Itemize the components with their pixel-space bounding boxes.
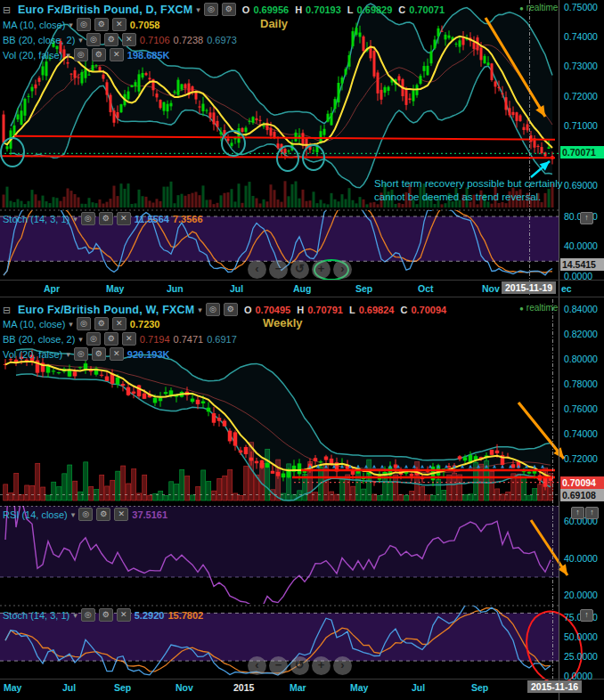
indicator-label[interactable]: Stoch (14, 3, 1) — [3, 214, 69, 224]
eye-icon[interactable]: ◎ — [78, 508, 93, 521]
panel-expand-icon[interactable]: ↑ — [580, 212, 593, 224]
reset-view-button[interactable]: ↺ — [290, 260, 309, 279]
panel-expand-icon[interactable]: ↑ — [580, 609, 593, 622]
gear-icon[interactable]: ⚙ — [99, 608, 113, 622]
eye-icon[interactable]: ◎ — [74, 347, 88, 361]
indicator-label[interactable]: BB (20, close, 2) — [3, 334, 75, 345]
axis-tick: 40.0000 — [564, 553, 598, 564]
close-icon[interactable]: ✕ — [122, 33, 136, 46]
close-icon[interactable]: ✕ — [112, 317, 127, 330]
close-icon[interactable]: ✕ — [112, 18, 127, 31]
timeline-month: May — [106, 283, 124, 294]
dropdown-caret-icon[interactable]: ▾ — [78, 335, 83, 344]
indicator-value: 0.7230 — [130, 319, 160, 330]
gear-icon[interactable]: ⚙ — [94, 317, 109, 330]
reset-view-button[interactable]: ↺ — [290, 656, 309, 675]
weekly-date-box: 2015-11-16 — [527, 680, 582, 693]
gear-icon[interactable]: ⚙ — [104, 332, 118, 346]
daily-ma-indicator-row: MA (10, close) ▾ ◎ ⚙ ✕ 0.7058 — [3, 18, 160, 31]
timeline-month: Aug — [293, 283, 311, 294]
axis-tick: 25.0000 — [564, 651, 598, 662]
gear-icon[interactable]: ⚙ — [94, 18, 109, 31]
zoom-in-button[interactable]: + — [312, 656, 331, 675]
gear-icon[interactable]: ⚙ — [92, 48, 106, 61]
dropdown-caret-icon[interactable]: ▾ — [78, 36, 83, 45]
panel-expand-icon[interactable]: ↑ — [585, 507, 599, 519]
dropdown-caret-icon[interactable]: ▾ — [73, 215, 78, 224]
weekly-watermark: Weekly — [263, 316, 303, 330]
daily-realtime-badge: ●realtime — [519, 3, 558, 12]
gear-icon[interactable]: ⚙ — [92, 347, 106, 361]
close-icon[interactable]: ✕ — [117, 212, 131, 225]
gear-icon[interactable]: ⚙ — [99, 212, 113, 225]
close-label: C — [398, 4, 405, 15]
dropdown-caret-icon[interactable]: ▾ — [66, 51, 70, 60]
indicator-label[interactable]: MA (10, close) — [3, 319, 65, 330]
close-value: 0.70094 — [411, 305, 446, 315]
window-icon: ⊟ — [3, 305, 14, 315]
zoom-in-button[interactable]: + — [312, 260, 331, 279]
gear-icon[interactable]: ⚙ — [222, 3, 236, 16]
eye-icon[interactable]: ◎ — [204, 3, 218, 16]
daily-symbol-title[interactable]: Euro Fx/British Pound, D, FXCM — [18, 4, 192, 16]
rsi-value: 37.5161 — [132, 509, 167, 520]
timeline-month: Oct — [418, 283, 434, 294]
weekly-symbol-title[interactable]: Euro Fx/British Pound, W, FXCM — [18, 304, 194, 316]
dropdown-caret-icon[interactable]: ▾ — [69, 320, 73, 329]
gear-icon[interactable]: ⚙ — [96, 508, 110, 521]
dropdown-caret-icon[interactable]: ▾ — [198, 305, 202, 314]
gear-icon[interactable]: ⚙ — [104, 33, 118, 46]
indicator-label[interactable]: Vol (20, false) — [3, 50, 62, 61]
indicator-label[interactable]: Vol (20, false) — [3, 349, 62, 360]
timeline-month: Nov — [175, 682, 193, 693]
axis-tick: 0.76000 — [564, 403, 598, 414]
eye-icon[interactable]: ◎ — [86, 33, 101, 46]
eye-icon[interactable]: ◎ — [81, 212, 95, 225]
dropdown-caret-icon[interactable]: ▾ — [73, 611, 78, 620]
axis-tick: 0.0000 — [564, 271, 592, 281]
indicator-label[interactable]: Stoch (14, 3, 1) — [3, 610, 69, 621]
close-icon[interactable]: ✕ — [117, 608, 131, 622]
daily-bb-indicator-row: BB (20, close, 2) ▾ ◎ ⚙ ✕ 0.7106 0.7238 … — [3, 33, 237, 46]
low-value: 0.69829 — [357, 4, 393, 15]
eye-icon[interactable]: ◎ — [77, 317, 91, 330]
close-icon[interactable]: ✕ — [110, 347, 124, 361]
eye-icon[interactable]: ◎ — [206, 303, 220, 316]
zoom-out-button[interactable]: − — [269, 656, 288, 675]
timeline-month: Sep — [114, 682, 131, 693]
timeline-month: Sep — [355, 283, 372, 294]
weekly-last-price-label: 0.70094 — [560, 476, 604, 489]
high-label: H — [297, 305, 304, 315]
dropdown-caret-icon[interactable]: ▾ — [196, 5, 200, 14]
close-icon[interactable]: ✕ — [110, 48, 124, 61]
panel-expand-icon[interactable]: ↑ — [571, 507, 584, 519]
indicator-label[interactable]: RSI (14, close) — [3, 509, 68, 520]
pan-left-button[interactable]: ‹ — [248, 260, 266, 279]
weekly-low-label: 0.69108 — [560, 489, 604, 501]
timeline-month: Nov — [482, 283, 500, 294]
axis-tick: 40.0000 — [564, 240, 598, 251]
window-icon: ⊟ — [3, 4, 14, 15]
eye-icon[interactable]: ◎ — [81, 608, 95, 622]
pan-left-button[interactable]: ‹ — [248, 656, 266, 675]
axis-tick: 0.71000 — [564, 120, 598, 131]
axis-tick: 50.0000 — [564, 631, 598, 642]
indicator-label[interactable]: MA (10, close) — [3, 20, 65, 30]
stoch-k-value: 11.5564 — [135, 214, 169, 224]
close-icon[interactable]: ✕ — [122, 332, 136, 346]
close-icon[interactable]: ✕ — [114, 508, 128, 521]
eye-icon[interactable]: ◎ — [86, 332, 101, 346]
zoom-out-button[interactable]: − — [269, 260, 288, 279]
indicator-label[interactable]: BB (20, close, 2) — [3, 35, 75, 45]
dropdown-caret-icon[interactable]: ▾ — [71, 510, 76, 519]
high-value: 0.70791 — [307, 305, 343, 315]
eye-icon[interactable]: ◎ — [74, 48, 88, 61]
axis-tick: 0.75000 — [564, 2, 598, 12]
dropdown-caret-icon[interactable]: ▾ — [66, 350, 70, 359]
weekly-realtime-badge: ●realtime — [519, 303, 558, 313]
pan-right-button[interactable]: › — [333, 656, 352, 675]
pan-right-button[interactable]: › — [333, 260, 352, 279]
dropdown-caret-icon[interactable]: ▾ — [69, 20, 73, 29]
eye-icon[interactable]: ◎ — [77, 18, 91, 31]
gear-icon[interactable]: ⚙ — [224, 303, 238, 316]
